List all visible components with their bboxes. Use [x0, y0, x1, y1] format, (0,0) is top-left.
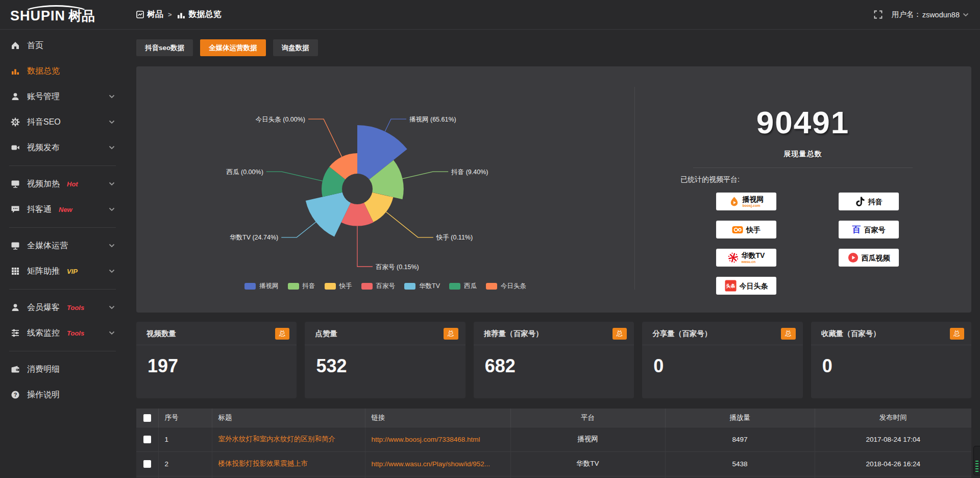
platform-badge-播视网[interactable]: 播视网boosj.com: [716, 193, 776, 210]
legend-item-百家号[interactable]: 百家号: [361, 282, 396, 291]
user-menu[interactable]: 用户名：zswodun88: [892, 10, 969, 19]
rose-pie-chart[interactable]: 播视网 (65.61%)抖音 (9.40%)快手 (0.11%)百家号 (0.1…: [136, 66, 634, 281]
sidebar-item-矩阵助推[interactable]: 矩阵助推VIP: [0, 258, 125, 284]
legend-label: 百家号: [376, 282, 396, 291]
sidebar-item-全媒体运营[interactable]: 全媒体运营: [0, 233, 125, 258]
sidebar-item-badge: Tools: [67, 304, 84, 312]
legend-swatch: [288, 283, 299, 290]
legend-swatch: [486, 283, 497, 290]
sidebar-item-线索监控[interactable]: 线索监控Tools: [0, 320, 125, 346]
legend-item-快手[interactable]: 快手: [325, 282, 352, 291]
cell-title[interactable]: [212, 476, 365, 478]
platform-badge-抖音[interactable]: 抖音: [839, 193, 899, 210]
sidebar-item-label: 账号管理: [27, 91, 60, 102]
platform-badge-华数TV[interactable]: 华数TVwasu.cn: [716, 249, 776, 267]
col-header-index: 序号: [158, 409, 212, 427]
cell-link[interactable]: http://www.boosj.com/7338468.html: [365, 427, 510, 451]
pie-label-line: [308, 119, 342, 157]
sidebar-item-label: 矩阵助推: [27, 266, 60, 277]
total-badge[interactable]: 总: [275, 328, 290, 340]
total-badge[interactable]: 总: [444, 328, 458, 340]
sidebar-item-抖音SEO[interactable]: 抖音SEO: [0, 109, 125, 135]
total-badge[interactable]: 总: [612, 328, 627, 340]
chevron-down-icon: [109, 94, 115, 99]
sidebar-item-视频发布[interactable]: 视频发布: [0, 135, 125, 160]
breadcrumb-label: 树品: [147, 9, 163, 20]
sidebar-item-首页[interactable]: 首页: [0, 33, 125, 58]
legend-item-今日头条[interactable]: 今日头条: [486, 282, 526, 291]
toutiao-logo: 头条: [725, 280, 737, 292]
legend-item-抖音[interactable]: 抖音: [288, 282, 315, 291]
platform-name: 快手: [746, 226, 761, 233]
legend-label: 今日头条: [501, 282, 526, 291]
row-checkbox[interactable]: [143, 436, 151, 443]
wallet-icon: [10, 365, 20, 374]
cell-platform: 华数TV: [510, 451, 665, 476]
cell-link[interactable]: http://www.wasu.cn/Play/show/id/952...: [365, 451, 510, 476]
pie-label: 抖音 (9.40%): [451, 169, 488, 176]
monitor-icon: [10, 241, 20, 250]
user-icon: [10, 303, 20, 312]
sidebar-item-label: 线索监控: [27, 328, 60, 339]
legend-item-播视网[interactable]: 播视网: [244, 282, 279, 291]
sidebar-item-label: 视频发布: [27, 142, 60, 153]
question-icon: ?: [10, 390, 20, 399]
username-value: zswodun88: [922, 11, 960, 19]
total-impressions-value: 90491: [634, 104, 971, 140]
top-bar: SHUPIN树品 树品>数据总览 用户名：zswodun88: [0, 0, 980, 30]
select-all-header: [136, 409, 158, 427]
logo-arc: [23, 5, 89, 20]
platform-badges: 播视网boosj.com快手华数TVwasu.cn头条今日头条抖音百百家号西瓜视…: [716, 193, 971, 296]
sidebar-item-会员爆客[interactable]: 会员爆客Tools: [0, 295, 125, 320]
breadcrumb-label: 数据总览: [189, 9, 222, 20]
tab-抖音seo数据[interactable]: 抖音seo数据: [136, 39, 193, 56]
videos-table: 序号 标题 链接 平台 播放量 发布时间 1 室外水纹灯和室内水纹灯的区别和简介…: [136, 409, 971, 478]
legend-label: 快手: [339, 282, 352, 291]
total-badge[interactable]: 总: [781, 328, 796, 340]
breadcrumb-item[interactable]: 数据总览: [177, 9, 222, 20]
sidebar-item-操作说明[interactable]: ?操作说明: [0, 382, 125, 408]
cell-link[interactable]: [365, 476, 510, 478]
sidebar-item-badge: Hot: [67, 180, 78, 188]
chevron-down-icon: [109, 146, 115, 150]
pie-label: 华数TV (24.74%): [230, 234, 278, 241]
select-all-checkbox[interactable]: [143, 414, 151, 422]
legend-item-华数TV[interactable]: 华数TV: [404, 282, 440, 291]
stat-card-value: 0: [653, 355, 802, 377]
stat-card-收藏量（百家号）: 收藏量（百家号）总0: [811, 322, 971, 398]
col-header-time: 发布时间: [815, 409, 971, 427]
sidebar-item-账号管理[interactable]: 账号管理: [0, 84, 125, 109]
platform-name: 西瓜视频: [862, 254, 890, 261]
svg-text:头条: 头条: [726, 283, 736, 289]
cell-title[interactable]: 室外水纹灯和室内水纹灯的区别和简介: [212, 427, 365, 451]
row-checkbox[interactable]: [143, 460, 151, 468]
platform-badge-今日头条[interactable]: 头条今日头条: [716, 277, 776, 295]
total-badge[interactable]: 总: [950, 328, 965, 340]
floating-side-widget[interactable]: [973, 446, 980, 475]
breadcrumb-item[interactable]: 树品: [136, 9, 163, 20]
legend-item-西瓜[interactable]: 西瓜: [449, 282, 477, 291]
sidebar-item-数据总览[interactable]: 数据总览: [0, 58, 125, 84]
videos-table-wrap: 序号 标题 链接 平台 播放量 发布时间 1 室外水纹灯和室内水纹灯的区别和简介…: [136, 409, 971, 478]
sidebar-item-视频加热[interactable]: 视频加热Hot: [0, 171, 125, 197]
screen-icon: [10, 179, 20, 188]
table-row: 2 楼体投影灯投影效果震撼上市 http://www.wasu.cn/Play/…: [136, 451, 971, 476]
fullscreen-icon[interactable]: [874, 10, 883, 19]
stat-card-value: 532: [316, 355, 465, 377]
stat-card-title: 收藏量（百家号）: [821, 329, 880, 339]
sidebar-item-badge: New: [59, 206, 72, 213]
platform-name: 百家号: [864, 226, 886, 233]
logo[interactable]: SHUPIN树品: [0, 4, 125, 25]
platform-badge-西瓜视频[interactable]: 西瓜视频: [839, 249, 899, 267]
platform-badge-快手[interactable]: 快手: [716, 221, 776, 238]
pie-label-line: [385, 119, 406, 131]
platform-badge-百家号[interactable]: 百百家号: [839, 221, 899, 238]
cell-title[interactable]: 楼体投影灯投影效果震撼上市: [212, 451, 365, 476]
tab-全媒体运营数据[interactable]: 全媒体运营数据: [200, 39, 266, 56]
tab-询盘数据[interactable]: 询盘数据: [273, 39, 318, 56]
sidebar-item-消费明细[interactable]: 消费明细: [0, 356, 125, 382]
kuaishou-logo: [732, 225, 743, 235]
cell-time: 2018-04-26 16:24: [815, 451, 971, 476]
sidebar-item-抖客通[interactable]: 抖客通New: [0, 197, 125, 222]
platform-name: 播视网: [743, 196, 764, 203]
